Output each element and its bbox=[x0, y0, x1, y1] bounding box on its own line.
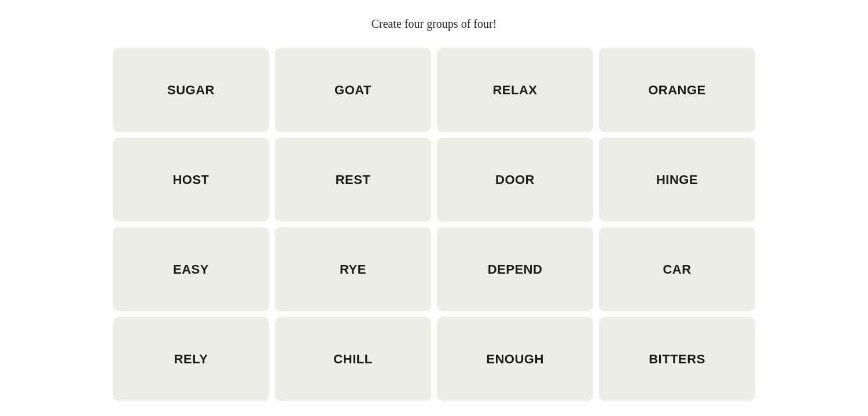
tile-label-rest: REST bbox=[336, 172, 371, 187]
tile-rest[interactable]: REST bbox=[275, 138, 431, 222]
tile-sugar[interactable]: SUGAR bbox=[113, 48, 269, 132]
tile-label-car: CAR bbox=[663, 262, 691, 277]
tile-car[interactable]: CAR bbox=[599, 227, 755, 311]
tile-label-orange: ORANGE bbox=[648, 83, 706, 98]
tile-depend[interactable]: DEPEND bbox=[437, 227, 593, 311]
tile-label-depend: DEPEND bbox=[488, 262, 543, 277]
tile-label-sugar: SUGAR bbox=[167, 83, 215, 98]
tile-door[interactable]: DOOR bbox=[437, 138, 593, 222]
tile-label-host: HOST bbox=[172, 172, 209, 187]
tile-label-bitters: BITTERS bbox=[649, 352, 705, 367]
tile-rye[interactable]: RYE bbox=[275, 227, 431, 311]
subtitle: Create four groups of four! bbox=[372, 17, 497, 31]
tile-host[interactable]: HOST bbox=[113, 138, 269, 222]
tile-label-rely: RELY bbox=[174, 352, 208, 367]
tile-bitters[interactable]: BITTERS bbox=[599, 317, 755, 401]
tile-chill[interactable]: CHILL bbox=[275, 317, 431, 401]
tile-enough[interactable]: ENOUGH bbox=[437, 317, 593, 401]
tile-goat[interactable]: GOAT bbox=[275, 48, 431, 132]
tile-orange[interactable]: ORANGE bbox=[599, 48, 755, 132]
tile-rely[interactable]: RELY bbox=[113, 317, 269, 401]
tile-label-relax: RELAX bbox=[492, 83, 537, 98]
tile-label-easy: EASY bbox=[173, 262, 209, 277]
tile-label-chill: CHILL bbox=[333, 352, 372, 367]
tile-easy[interactable]: EASY bbox=[113, 227, 269, 311]
tile-label-enough: ENOUGH bbox=[486, 352, 544, 367]
tile-label-rye: RYE bbox=[340, 262, 366, 277]
word-grid: SUGARGOATRELAXORANGEHOSTRESTDOORHINGEEAS… bbox=[113, 48, 755, 401]
tile-label-door: DOOR bbox=[495, 172, 535, 187]
tile-hinge[interactable]: HINGE bbox=[599, 138, 755, 222]
tile-label-goat: GOAT bbox=[334, 83, 372, 98]
tile-relax[interactable]: RELAX bbox=[437, 48, 593, 132]
tile-label-hinge: HINGE bbox=[656, 172, 698, 187]
